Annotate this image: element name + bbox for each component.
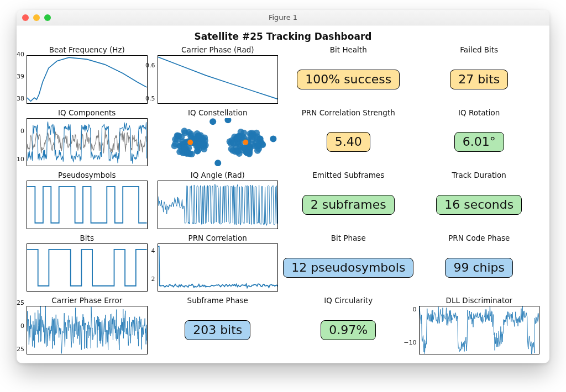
metric-badge: 12 pseudosymbols xyxy=(283,258,413,278)
y-tick-labels: 0.50.6 xyxy=(137,45,155,105)
svg-point-137 xyxy=(249,133,255,140)
y-tick-labels: 333833393340 xyxy=(17,45,24,105)
cell-title: Failed Bits xyxy=(419,45,540,54)
close-icon[interactable] xyxy=(22,14,29,21)
svg-point-120 xyxy=(234,148,240,155)
cell-r3c3: PRN Code Phase99 chips xyxy=(419,234,540,293)
svg-point-69 xyxy=(200,135,206,142)
cell-title: DLL Discriminator xyxy=(419,296,540,305)
metric-badge: 99 chips xyxy=(445,258,513,278)
y-tick-labels: −100 xyxy=(17,108,24,168)
svg-point-50 xyxy=(188,150,195,157)
svg-point-141 xyxy=(214,160,221,166)
cell-r2c1: IQ Angle (Rad) xyxy=(158,171,279,230)
cell-title: IQ Rotation xyxy=(419,108,540,117)
metric-badge: 27 bits xyxy=(450,70,508,89)
svg-point-142 xyxy=(209,118,216,125)
svg-point-127 xyxy=(240,129,247,136)
plot-phase xyxy=(158,55,279,104)
cell-title: Emitted Subframes xyxy=(288,171,409,179)
cell-r1c3: IQ Rotation6.01° xyxy=(419,108,540,168)
svg-point-134 xyxy=(230,139,237,146)
svg-point-67 xyxy=(181,144,188,151)
y-tick-labels: 24 xyxy=(137,234,155,293)
svg-point-128 xyxy=(244,149,251,155)
svg-point-143 xyxy=(270,135,276,142)
metric-badge: 100% success xyxy=(297,70,400,89)
cell-title: IQ Components xyxy=(27,108,148,117)
cell-r4c0: Carrier Phase Error−25025 xyxy=(27,296,148,356)
svg-point-144 xyxy=(187,139,193,145)
cell-title: Subframe Phase xyxy=(158,296,279,305)
metric-badge: 6.01° xyxy=(454,132,504,152)
cell-r4c1: Subframe Phase203 bits xyxy=(158,296,279,356)
cell-title: Bit Phase xyxy=(288,234,409,242)
cell-r3c1: PRN Correlation24 xyxy=(158,234,279,293)
plot-psym xyxy=(27,181,148,229)
plot-dll xyxy=(419,306,540,354)
plot-constellation xyxy=(158,118,279,167)
metric-badge: 5.40 xyxy=(327,132,370,152)
cell-title: IQ Circularity xyxy=(288,296,409,305)
plot-iqcomp xyxy=(27,118,148,167)
cell-title: Bit Health xyxy=(288,45,409,54)
macos-window: Figure 1 Satellite #25 Tracking Dashboar… xyxy=(17,10,549,363)
dashboard-grid: Beat Frequency (Hz)333833393340Carrier P… xyxy=(27,45,539,356)
plot-prn xyxy=(158,243,279,292)
cell-title: Carrier Phase Error xyxy=(27,296,148,305)
plot-iqangle xyxy=(158,181,279,229)
cell-r0c1: Carrier Phase (Rad)0.50.6 xyxy=(158,45,279,105)
plot-bits xyxy=(27,243,148,292)
cell-title: PRN Code Phase xyxy=(419,234,540,242)
cell-r3c2: Bit Phase12 pseudosymbols xyxy=(288,234,409,293)
window-title: Figure 1 xyxy=(269,13,297,22)
metric-badge: 0.97% xyxy=(321,320,376,340)
cell-r1c1: IQ Constellation xyxy=(158,108,279,168)
dashboard-title: Satellite #25 Tracking Dashboard xyxy=(27,31,539,42)
cell-r0c2: Bit Health100% success xyxy=(288,45,409,105)
metric-badge: 16 seconds xyxy=(436,195,522,215)
cell-r2c2: Emitted Subframes2 subframes xyxy=(288,171,409,230)
svg-point-139 xyxy=(254,142,260,149)
cell-r3c0: Bits xyxy=(27,234,148,293)
window-titlebar[interactable]: Figure 1 xyxy=(17,10,549,25)
metric-badge: 2 subframes xyxy=(302,195,395,215)
cell-title: Beat Frequency (Hz) xyxy=(27,45,148,54)
metric-badge: 203 bits xyxy=(185,320,250,340)
cell-r2c0: Pseudosymbols xyxy=(27,171,148,230)
cell-r4c2: IQ Circularity0.97% xyxy=(288,296,409,356)
cell-r1c0: IQ Components−100 xyxy=(27,108,148,168)
cell-title: Bits xyxy=(27,234,148,242)
cell-title: Pseudosymbols xyxy=(27,171,148,179)
figure-canvas: Satellite #25 Tracking Dashboard Beat Fr… xyxy=(17,25,549,363)
y-tick-labels: −25025 xyxy=(17,296,24,356)
cell-title: PRN Correlation Strength xyxy=(288,108,409,117)
cell-r0c0: Beat Frequency (Hz)333833393340 xyxy=(27,45,148,105)
svg-point-140 xyxy=(224,118,231,123)
cell-r1c2: PRN Correlation Strength5.40 xyxy=(288,108,409,168)
minimize-icon[interactable] xyxy=(33,14,40,21)
svg-point-47 xyxy=(181,128,187,134)
y-tick-labels: −100 xyxy=(398,296,417,356)
cell-r4c3: DLL Discriminator−100 xyxy=(419,296,540,356)
plot-cpe xyxy=(27,306,148,354)
cell-title: Track Duration xyxy=(419,171,540,179)
cell-r2c3: Track Duration16 seconds xyxy=(419,171,540,230)
cell-title: IQ Angle (Rad) xyxy=(158,171,279,179)
cell-r0c3: Failed Bits27 bits xyxy=(419,45,540,105)
cell-title: IQ Constellation xyxy=(158,108,279,117)
cell-title: PRN Correlation xyxy=(158,234,279,242)
cell-title: Carrier Phase (Rad) xyxy=(158,45,279,54)
zoom-icon[interactable] xyxy=(44,14,51,21)
window-controls xyxy=(22,14,51,21)
svg-point-145 xyxy=(243,139,248,145)
plot-beat xyxy=(27,55,148,104)
